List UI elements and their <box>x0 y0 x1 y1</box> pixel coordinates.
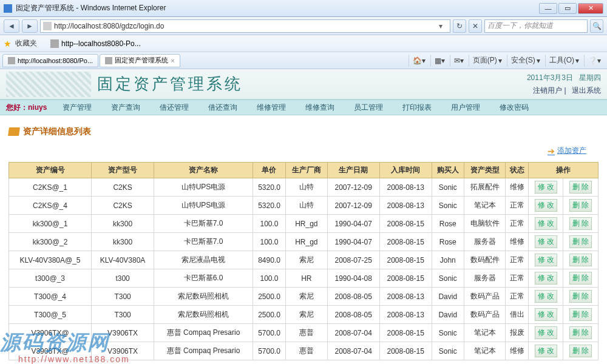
search-input[interactable]: 百度一下，你就知道 <box>484 19 588 33</box>
edit-button[interactable]: 修 改 <box>535 326 557 339</box>
home-button[interactable]: 🏠▾ <box>409 55 429 67</box>
favorites-bar: ★ 收藏夹 http--localhost8080-Po... <box>0 35 607 52</box>
favorites-label[interactable]: 收藏夹 <box>15 38 37 49</box>
delete-button[interactable]: 删 除 <box>569 326 592 339</box>
favorite-item[interactable]: http--localhost8080-Po... <box>50 39 141 48</box>
table-cell: 索尼 <box>286 288 328 306</box>
minimize-button[interactable]: — <box>539 3 557 14</box>
tab-0[interactable]: http://localhost:8080/Po... <box>2 54 98 67</box>
delete-button[interactable]: 删 除 <box>569 199 592 212</box>
table-cell: V3906TX <box>92 324 154 342</box>
menu-repair-manage[interactable]: 维修管理 <box>247 103 296 113</box>
window-title: 固定资产管理系统 - Windows Internet Explorer <box>16 3 538 13</box>
table-cell: 2008-08-05 <box>327 288 379 306</box>
table-row: T300@_5T300索尼数码照相机2500.0索尼2008-08-052008… <box>9 306 599 324</box>
add-asset-label: 添加资产 <box>557 146 586 156</box>
edit-button[interactable]: 修 改 <box>535 199 557 212</box>
edit-button[interactable]: 修 改 <box>535 235 557 248</box>
feed-button[interactable]: ▦▾ <box>430 55 449 67</box>
edit-button[interactable]: 修 改 <box>535 290 557 303</box>
delete-button[interactable]: 删 除 <box>569 181 592 194</box>
edit-button[interactable]: 修 改 <box>535 272 557 285</box>
delete-button[interactable]: 删 除 <box>569 290 592 303</box>
table-cell: V3906TX@ <box>9 324 92 342</box>
tab-bar: http://localhost:8080/Po... 固定资产管理系统 × 🏠… <box>0 52 607 69</box>
table-cell: 数码产品 <box>464 306 506 324</box>
table-cell: 维修 <box>506 178 529 197</box>
refresh-button[interactable]: ↻ <box>453 19 466 33</box>
tools-menu[interactable]: 工具(O) ▾ <box>545 55 583 67</box>
menu-print-report[interactable]: 打印报表 <box>393 103 441 113</box>
edit-button[interactable]: 修 改 <box>535 254 557 266</box>
table-cell: t300 <box>92 269 154 288</box>
menu-user-manage[interactable]: 用户管理 <box>441 103 490 113</box>
favorites-star-icon[interactable]: ★ <box>4 39 12 49</box>
url-dropdown-icon[interactable]: ▾ <box>439 22 447 30</box>
page-menu[interactable]: 页面(P) ▾ <box>469 55 506 67</box>
table-cell: 惠普 <box>286 324 328 342</box>
exit-system-link[interactable]: 退出系统 <box>572 86 601 95</box>
stop-button[interactable]: ✕ <box>469 19 482 33</box>
table-cell: 5320.0 <box>253 178 285 197</box>
table-cell: 1990-04-07 <box>327 215 379 233</box>
delete-button[interactable]: 删 除 <box>569 272 592 285</box>
table-cell: John <box>432 251 464 269</box>
col-header: 入库时间 <box>379 163 432 178</box>
tab-1[interactable]: 固定资产管理系统 × <box>100 54 180 67</box>
add-asset-link[interactable]: ➔ 添加资产 <box>548 146 586 156</box>
table-cell: 2008-08-13 <box>379 288 432 306</box>
table-cell: 笔记本 <box>464 342 506 360</box>
menu-borrow-query[interactable]: 借还查询 <box>198 103 247 113</box>
mail-button[interactable]: ✉▾ <box>450 55 467 67</box>
close-button[interactable]: ✕ <box>578 3 603 14</box>
back-button[interactable]: ◄ <box>4 19 19 33</box>
menu-asset-query[interactable]: 资产查询 <box>101 103 150 113</box>
col-header: 购买人 <box>432 163 464 178</box>
url-input[interactable]: http://localhost:8080/gdzc/login.do ▾ <box>40 19 450 33</box>
table-cell: HR <box>286 269 328 288</box>
logout-user-link[interactable]: 注销用户 <box>533 86 562 95</box>
menu-repair-query[interactable]: 维修查询 <box>296 103 344 113</box>
table-row: kk300@_2kk300卡巴斯基7.0100.0HR_gd1990-04-07… <box>9 233 599 251</box>
menu-borrow-manage[interactable]: 借还管理 <box>150 103 198 113</box>
help-button[interactable]: ❔▾ <box>584 55 605 67</box>
table-cell: 索尼液晶电视 <box>154 251 253 269</box>
table-cell: David <box>432 288 464 306</box>
table-cell: David <box>432 306 464 324</box>
table-cell: 电脑软件 <box>464 215 506 233</box>
delete-button[interactable]: 删 除 <box>569 308 592 321</box>
menu-asset-manage[interactable]: 资产管理 <box>53 103 101 113</box>
table-cell: 索尼 <box>286 306 328 324</box>
col-header: 资产名称 <box>154 163 253 178</box>
table-cell: C2KS <box>92 178 154 197</box>
table-cell: 2500.0 <box>253 306 285 324</box>
col-header: 状态 <box>506 163 529 178</box>
edit-button[interactable]: 修 改 <box>535 217 557 230</box>
delete-button[interactable]: 删 除 <box>569 345 592 357</box>
table-row: V3906TX@V3906TX惠普 Compaq Presario5700.0惠… <box>9 342 599 360</box>
delete-button[interactable]: 删 除 <box>569 217 592 230</box>
table-cell: Sonic <box>432 269 464 288</box>
table-cell: 索尼 <box>286 251 328 269</box>
favorite-item-icon <box>50 39 59 48</box>
table-cell: 2008-08-13 <box>379 197 432 215</box>
delete-button[interactable]: 删 除 <box>569 254 592 266</box>
menu-change-pwd[interactable]: 修改密码 <box>490 103 538 113</box>
table-cell: t300@_3 <box>9 269 92 288</box>
forward-button[interactable]: ► <box>22 19 38 33</box>
edit-button[interactable]: 修 改 <box>535 345 557 357</box>
table-cell: 2500.0 <box>253 288 285 306</box>
table-cell: C2KS <box>92 197 154 215</box>
menu-staff-manage[interactable]: 员工管理 <box>344 103 393 113</box>
edit-button[interactable]: 修 改 <box>535 181 557 194</box>
maximize-button[interactable]: ▭ <box>558 3 577 14</box>
search-go-button[interactable]: 🔍 <box>590 19 603 33</box>
table-cell: 正常 <box>506 197 529 215</box>
tab-close-icon[interactable]: × <box>171 57 174 64</box>
table-cell: 正常 <box>506 251 529 269</box>
edit-button[interactable]: 修 改 <box>535 308 557 321</box>
delete-button[interactable]: 删 除 <box>569 235 592 248</box>
safety-menu[interactable]: 安全(S) ▾ <box>507 55 544 67</box>
tab-label: http://localhost:8080/Po... <box>18 57 93 64</box>
arrow-right-icon: ➔ <box>548 146 555 156</box>
